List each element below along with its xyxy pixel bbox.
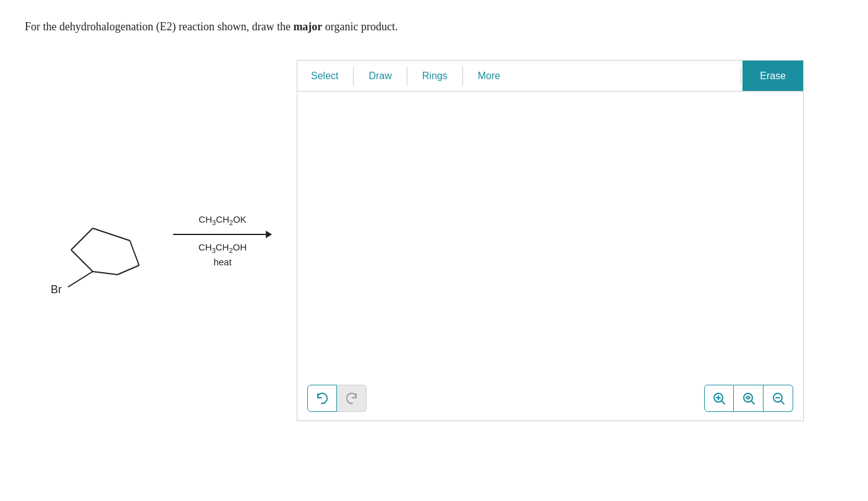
- reagent-bottom: CH3CH2OHheat: [198, 241, 247, 268]
- svg-line-0: [71, 250, 93, 272]
- undo-redo-group: [307, 385, 367, 412]
- draw-button[interactable]: Draw: [355, 61, 405, 91]
- reagent-top: CH3CH2OK: [198, 213, 246, 228]
- zoom-reset-button[interactable]: [734, 385, 764, 412]
- svg-line-12: [751, 401, 754, 405]
- rings-button[interactable]: Rings: [409, 61, 461, 91]
- svg-line-4: [117, 265, 139, 275]
- svg-line-3: [130, 241, 139, 265]
- bottom-controls: [297, 376, 803, 421]
- question-text-after-bold: organic product.: [322, 20, 398, 33]
- toolbar: Select Draw Rings More Erase: [297, 61, 803, 92]
- toolbar-divider-3: [462, 67, 463, 85]
- draw-panel: Select Draw Rings More Erase: [297, 60, 804, 421]
- zoom-controls-group: [704, 385, 793, 412]
- br-label: Br: [51, 283, 62, 296]
- svg-line-6: [68, 272, 93, 287]
- svg-line-15: [781, 401, 784, 405]
- svg-line-5: [93, 272, 117, 275]
- reaction-arrow: [173, 231, 272, 238]
- content-area: Br CH3CH2OK CH3CH2OHheat Select Draw Rin…: [25, 60, 843, 421]
- undo-button[interactable]: [307, 385, 337, 412]
- svg-line-1: [71, 228, 93, 250]
- redo-button[interactable]: [337, 385, 367, 412]
- svg-line-2: [93, 228, 130, 241]
- zoom-in-button[interactable]: [704, 385, 734, 412]
- drawing-canvas[interactable]: [297, 92, 803, 376]
- question-text: For the dehydrohalogenation (E2) reactio…: [25, 19, 843, 35]
- toolbar-divider-2: [407, 67, 407, 85]
- question-bold-word: major: [293, 20, 322, 33]
- question-text-before-bold: For the dehydrohalogenation (E2) reactio…: [25, 20, 293, 33]
- toolbar-divider-1: [353, 67, 354, 85]
- more-button[interactable]: More: [464, 61, 514, 91]
- zoom-out-button[interactable]: [764, 385, 793, 412]
- reaction-arrow-area: CH3CH2OK CH3CH2OHheat: [173, 213, 272, 268]
- erase-button[interactable]: Erase: [742, 61, 803, 91]
- chemical-structure: Br CH3CH2OK CH3CH2OHheat: [25, 179, 272, 302]
- select-button[interactable]: Select: [297, 61, 352, 91]
- molecule-diagram: Br: [25, 179, 161, 302]
- svg-line-10: [722, 401, 725, 405]
- toolbar-divider-4: [741, 67, 741, 85]
